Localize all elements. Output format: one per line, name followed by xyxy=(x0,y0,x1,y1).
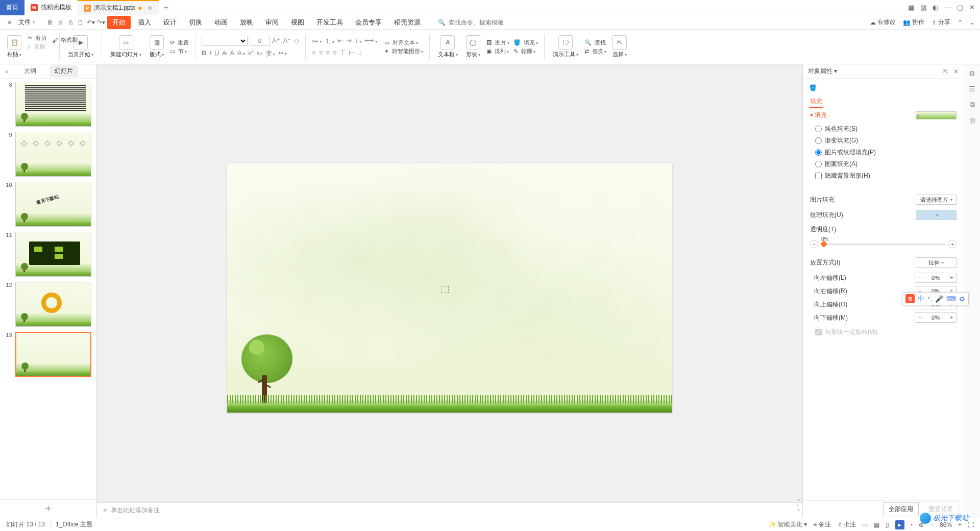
target-icon[interactable]: ◎ xyxy=(969,116,975,124)
close-window-button[interactable]: ✕ xyxy=(969,4,975,11)
link-icon[interactable]: ⧉ xyxy=(970,100,975,109)
bold-icon[interactable]: B xyxy=(202,49,206,58)
fill-section-header[interactable]: ▾ 填充 xyxy=(810,111,957,119)
slide-thumb-9[interactable] xyxy=(15,132,91,177)
new-slide-button[interactable]: ▭新建幻灯片 xyxy=(108,35,143,58)
align-mid-icon[interactable]: ⊢ xyxy=(349,49,354,57)
tab-document[interactable]: P 演示文稿1.pptx ✕ xyxy=(78,0,159,15)
tab-home[interactable]: 首页 xyxy=(0,0,24,15)
command-search[interactable]: 🔍 xyxy=(438,19,520,26)
print-icon[interactable]: ⎙ xyxy=(66,18,75,27)
user-avatar-icon[interactable]: ◐ xyxy=(933,4,938,11)
settings-icon[interactable]: ⚙ xyxy=(969,69,975,78)
tab-close-icon[interactable]: ✕ xyxy=(148,5,153,12)
subscript-icon[interactable]: x₂ xyxy=(257,49,263,58)
line-spacing-icon[interactable]: ↕ xyxy=(355,37,361,46)
menu-vip[interactable]: 会员专享 xyxy=(350,16,387,29)
collapse-panel-icon[interactable]: « xyxy=(5,68,9,75)
char-spacing-icon[interactable]: ⇹ xyxy=(278,49,287,58)
section-button[interactable]: ▭ 节 xyxy=(170,47,189,55)
ime-lang[interactable]: 中 xyxy=(918,294,924,303)
increase-font-icon[interactable]: A⁺ xyxy=(272,37,280,44)
find-button[interactable]: 🔍 查找 xyxy=(584,39,606,46)
hamburger-icon[interactable]: ≡ xyxy=(5,18,13,27)
format-painter-button[interactable]: 🖌格式刷 xyxy=(52,36,78,44)
preview-icon[interactable]: 🗋 xyxy=(77,18,85,27)
align-bot-icon[interactable]: ⊥ xyxy=(357,49,363,57)
fill-preview-swatch[interactable] xyxy=(916,111,957,119)
collaborate-button[interactable]: 👥协作 xyxy=(903,18,924,27)
maximize-button[interactable]: ▢ xyxy=(957,4,963,11)
add-slide-button[interactable]: + xyxy=(0,499,96,518)
app-grid-icon[interactable]: ▨ xyxy=(920,4,926,11)
undo-icon[interactable]: ↶▾ xyxy=(87,18,95,27)
clear-format-icon[interactable]: ◇ xyxy=(294,37,299,44)
redo-icon[interactable]: ↷▾ xyxy=(97,18,105,27)
font-family-select[interactable] xyxy=(202,36,248,46)
texture-fill-dropdown[interactable] xyxy=(916,210,957,220)
tab-templates[interactable]: W 找稻壳模板 xyxy=(24,0,78,15)
numbering-icon[interactable]: ⒈ xyxy=(325,37,334,46)
new-tab-button[interactable]: + xyxy=(159,3,174,12)
ime-punct-icon[interactable]: °, xyxy=(927,295,932,303)
notes-toggle[interactable]: ≡ 备注 xyxy=(813,520,830,529)
notes-bar[interactable]: ≡ 单击此处添加备注 xyxy=(97,502,802,518)
menu-animation[interactable]: 动画 xyxy=(209,16,233,29)
text-direction-icon[interactable]: ⟷ xyxy=(364,37,377,46)
slide-canvas[interactable] xyxy=(227,163,672,413)
slide-thumb-12[interactable] xyxy=(15,282,91,327)
menu-resource[interactable]: 稻壳资源 xyxy=(389,16,426,29)
comments-toggle[interactable]: ⇪ 批注 xyxy=(837,520,856,529)
slide-thumb-10[interactable]: 极光下载站 xyxy=(15,182,91,227)
align-justify-icon[interactable]: ≡ xyxy=(333,49,337,57)
align-text-button[interactable]: ▭ 对齐文本 xyxy=(384,39,423,46)
reset-button[interactable]: ⟳ 重置 xyxy=(170,39,189,46)
presentation-tools-button[interactable]: 🖵演示工具 xyxy=(551,35,580,58)
modified-indicator[interactable]: ☁有修改 xyxy=(870,18,896,27)
chevron-down-icon[interactable]: ⌄ xyxy=(970,19,975,26)
slideshow-button[interactable]: ▶ xyxy=(895,520,904,529)
radio-gradient-fill[interactable]: 渐变填充(G) xyxy=(810,136,957,145)
align-center-icon[interactable]: ≡ xyxy=(319,49,323,57)
text-effect-icon[interactable]: 变 xyxy=(265,49,275,58)
select-button[interactable]: ⇱选择 xyxy=(610,35,629,58)
apply-all-button[interactable]: 全部应用 xyxy=(883,502,919,516)
menu-slideshow[interactable]: 放映 xyxy=(235,16,258,29)
radio-solid-fill[interactable]: 纯色填充(S) xyxy=(810,125,957,133)
menu-insert[interactable]: 插入 xyxy=(133,16,156,29)
font-size-input[interactable] xyxy=(250,36,270,46)
pin-icon[interactable]: ⇱ xyxy=(943,68,948,75)
bullets-icon[interactable]: ≔ xyxy=(312,37,322,46)
decrease-font-icon[interactable]: A⁻ xyxy=(283,37,291,44)
radio-pattern-fill[interactable]: 图案填充(A) xyxy=(810,160,957,168)
menu-design[interactable]: 设计 xyxy=(158,16,182,29)
style-icon[interactable]: ☰ xyxy=(969,85,975,93)
increase-opacity-button[interactable]: + xyxy=(948,240,957,248)
ime-keyboard-icon[interactable]: ⌨ xyxy=(946,295,956,303)
image-button[interactable]: 🖼 图片 xyxy=(486,39,509,46)
menu-start[interactable]: 开始 xyxy=(107,16,131,29)
outline-tab[interactable]: 大纲 xyxy=(19,65,41,77)
underline-icon[interactable]: U xyxy=(214,49,219,58)
align-right-icon[interactable]: ≡ xyxy=(326,49,330,57)
normal-view-icon[interactable]: ▭ xyxy=(862,521,868,528)
sorter-view-icon[interactable]: ▦ xyxy=(874,521,879,528)
check-hide-bg[interactable]: 隐藏背景图形(H) xyxy=(810,172,957,180)
outline-button[interactable]: ✎ 轮廓 xyxy=(513,47,538,55)
menu-view[interactable]: 视图 xyxy=(286,16,309,29)
font-color-icon[interactable]: A xyxy=(230,49,234,58)
align-top-icon[interactable]: ⊤ xyxy=(340,49,346,57)
superscript-icon[interactable]: x² xyxy=(248,49,254,58)
smart-beautify-button[interactable]: ✨ 智能美化 ▾ xyxy=(769,520,807,529)
close-panel-icon[interactable]: ✕ xyxy=(953,68,959,75)
radio-picture-fill[interactable]: 图片或纹理填充(P) xyxy=(810,148,957,157)
decrease-indent-icon[interactable]: ⇤ xyxy=(337,37,343,46)
replace-button[interactable]: ⇄ 替换 xyxy=(584,47,606,55)
ime-toolbar[interactable]: S 中 °, 🎤 ⌨ ⚙ xyxy=(902,292,969,305)
ime-settings-icon[interactable]: ⚙ xyxy=(959,295,965,303)
minimize-button[interactable]: — xyxy=(944,4,951,11)
paste-group[interactable]: 📋 粘贴 xyxy=(5,35,23,58)
opacity-slider[interactable]: − 0% + xyxy=(810,240,957,248)
textbox-button[interactable]: A文本框 xyxy=(436,35,460,58)
slide-thumb-13[interactable] xyxy=(15,332,91,377)
